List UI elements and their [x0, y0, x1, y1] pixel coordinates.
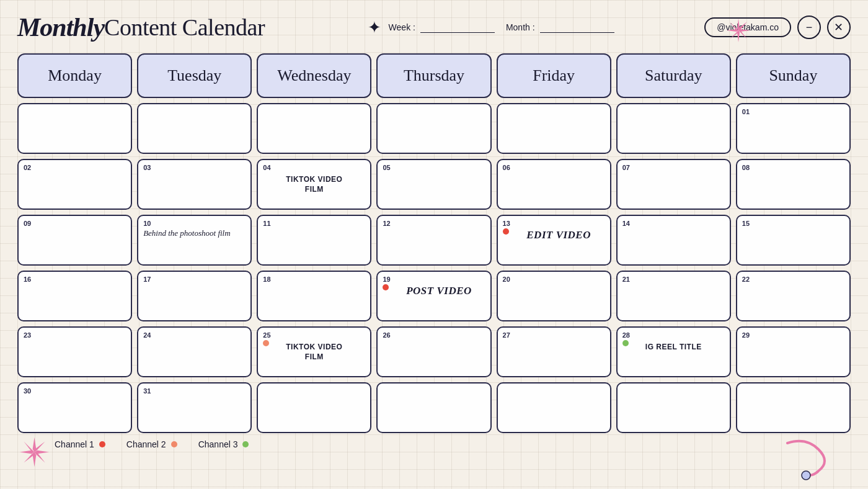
day-header-tuesday: Tuesday — [137, 53, 252, 98]
cell-text: Post Video — [383, 284, 485, 298]
close-button[interactable]: ✕ — [827, 16, 851, 39]
pink-starburst-decoration — [725, 17, 751, 46]
table-row[interactable]: 13 Edit Video — [497, 215, 611, 266]
table-row[interactable]: 06 — [497, 159, 611, 210]
channel2-dot-icon — [171, 441, 177, 447]
table-row[interactable] — [257, 103, 371, 154]
channel1-dot — [503, 228, 509, 235]
title-rest: Content Calendar — [104, 14, 265, 41]
star-icon: ✦ — [368, 18, 381, 37]
svg-marker-13 — [35, 452, 45, 463]
svg-marker-15 — [24, 441, 34, 452]
table-row[interactable]: 15 — [736, 215, 851, 266]
svg-marker-5 — [738, 30, 747, 39]
table-row[interactable]: 02 — [17, 159, 132, 210]
day-header-saturday: Saturday — [616, 53, 731, 98]
table-row[interactable]: 20 — [497, 271, 611, 321]
channel3-label: Channel 3 — [198, 439, 238, 449]
legend: Channel 1 Channel 2 Channel 3 — [17, 439, 851, 449]
title-area: Monthly Content Calendar — [17, 12, 265, 42]
svg-marker-7 — [730, 22, 738, 30]
table-row[interactable]: 26 — [376, 326, 491, 377]
curl-decoration-bottom-right — [781, 437, 831, 483]
svg-marker-6 — [730, 30, 738, 39]
header-fields: Week : Month : — [389, 22, 614, 33]
star-decoration-bottom-left — [17, 435, 51, 472]
cell-text: IG REEL TITLE — [622, 343, 725, 352]
minimize-button[interactable]: − — [797, 16, 821, 39]
cell-text: Edit Video — [503, 228, 605, 242]
svg-marker-12 — [35, 441, 45, 452]
table-row[interactable] — [497, 382, 611, 433]
table-row[interactable]: 19 Post Video — [376, 271, 491, 321]
table-row[interactable] — [257, 382, 371, 433]
table-row[interactable]: 17 — [137, 271, 252, 321]
day-header-monday: Monday — [17, 53, 132, 98]
table-row[interactable]: 01 — [736, 103, 851, 154]
legend-channel1: Channel 1 — [55, 439, 108, 449]
title-monthly: Monthly — [17, 12, 104, 42]
cell-text: Behind the photoshoot film — [143, 228, 246, 239]
table-row[interactable]: 28 IG REEL TITLE — [616, 326, 731, 377]
day-header-wednesday: Wednesday — [257, 53, 371, 98]
table-row[interactable]: 31 — [137, 382, 252, 433]
table-row[interactable] — [736, 382, 851, 433]
table-row[interactable]: 22 — [736, 271, 851, 321]
table-row[interactable]: 08 — [736, 159, 851, 210]
week-input-line[interactable] — [420, 22, 495, 33]
table-row[interactable]: 09 — [17, 215, 132, 266]
day-header-sunday: Sunday — [736, 53, 851, 98]
calendar-grid: Monday Tuesday Wednesday Thursday Friday… — [17, 53, 851, 433]
channel3-dot — [622, 340, 629, 346]
table-row[interactable]: 29 — [736, 326, 851, 377]
table-row[interactable]: 27 — [497, 326, 611, 377]
channel2-label: Channel 2 — [126, 439, 166, 449]
day-header-thursday: Thursday — [376, 53, 491, 98]
channel1-label: Channel 1 — [55, 439, 94, 449]
table-row[interactable]: 05 — [376, 159, 491, 210]
table-row[interactable] — [616, 382, 731, 433]
table-row[interactable]: 03 — [137, 159, 252, 210]
table-row[interactable]: 21 — [616, 271, 731, 321]
table-row[interactable] — [497, 103, 611, 154]
day-header-friday: Friday — [497, 53, 611, 98]
table-row[interactable]: 11 — [257, 215, 371, 266]
month-field-group: Month : — [506, 22, 614, 33]
table-row[interactable] — [17, 103, 132, 154]
table-row[interactable] — [376, 382, 491, 433]
table-row[interactable] — [137, 103, 252, 154]
table-row[interactable]: 23 — [17, 326, 132, 377]
month-input-line[interactable] — [540, 22, 614, 33]
channel1-dot-icon — [99, 441, 105, 447]
table-row[interactable] — [376, 103, 491, 154]
table-row[interactable]: 30 — [17, 382, 132, 433]
table-row[interactable]: 04 TIKTOK VIDEOFILM — [257, 159, 371, 210]
table-row[interactable]: 12 — [376, 215, 491, 266]
table-row[interactable]: 16 — [17, 271, 132, 321]
legend-channel3: Channel 3 — [198, 439, 252, 449]
table-row[interactable]: 07 — [616, 159, 731, 210]
table-row[interactable]: 18 — [257, 271, 371, 321]
table-row[interactable] — [616, 103, 731, 154]
table-row[interactable]: 25 TIKTOK VIDEOFILM — [257, 326, 371, 377]
cell-text: TIKTOK VIDEOFILM — [263, 175, 365, 194]
month-label: Month : — [506, 22, 535, 32]
week-field-group: Week : — [389, 22, 495, 33]
header-center: ✦ Week : Month : — [368, 18, 614, 37]
table-row[interactable]: 10 Behind the photoshoot film — [137, 215, 252, 266]
svg-marker-4 — [738, 22, 747, 30]
table-row[interactable]: 14 — [616, 215, 731, 266]
legend-channel2: Channel 2 — [126, 439, 180, 449]
svg-point-16 — [802, 471, 810, 480]
channel3-dot-icon — [242, 441, 249, 447]
svg-marker-14 — [24, 452, 34, 463]
week-label: Week : — [389, 22, 415, 32]
cell-text: TIKTOK VIDEOFILM — [263, 343, 365, 362]
table-row[interactable]: 24 — [137, 326, 252, 377]
